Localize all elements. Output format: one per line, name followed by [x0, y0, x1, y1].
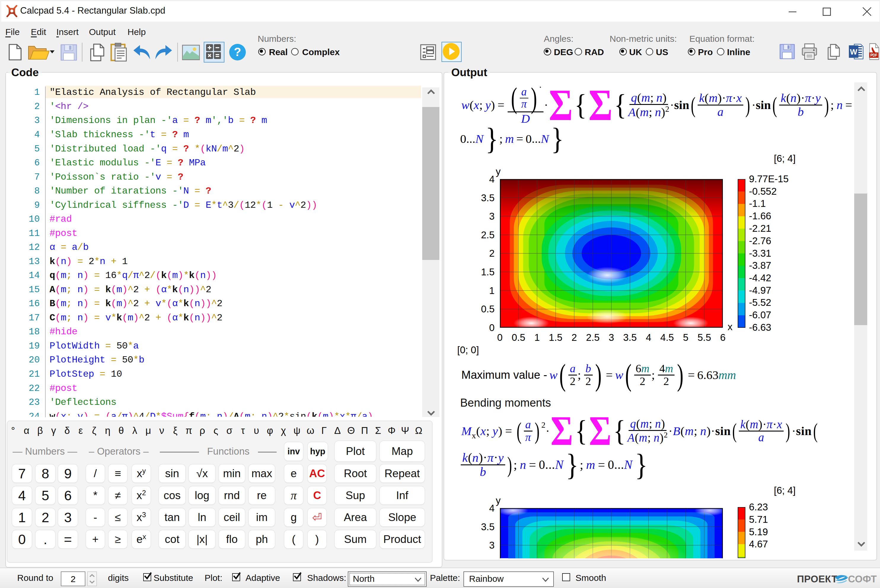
svg-text:W: W: [850, 47, 857, 56]
svg-text:PDF: PDF: [870, 53, 877, 58]
